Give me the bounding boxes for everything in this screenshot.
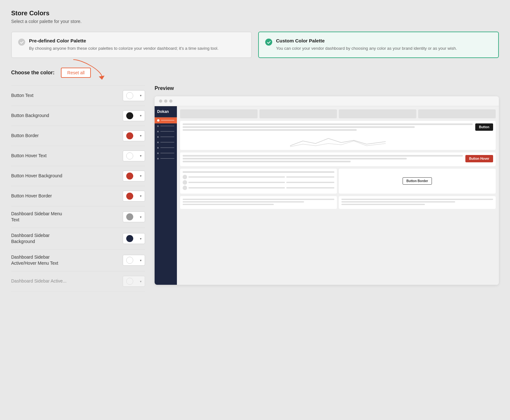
color-row-button-text: Button Text ▾ [11, 85, 145, 106]
preview-half-2 [339, 196, 496, 209]
chevron-button-hover-text: ▾ [140, 154, 142, 158]
swatch-button-border [126, 132, 133, 139]
sidebar-item-4 [155, 140, 177, 145]
preview-button-hover[interactable]: Button Hover [465, 155, 493, 162]
swatch-button-bg [126, 112, 133, 119]
swatch-button-hover-border [126, 193, 133, 200]
preview-border-btn-container: Button Border [339, 169, 496, 194]
color-row-button-border: Button Border ▾ [11, 126, 145, 146]
page-title: Store Colors [11, 10, 499, 17]
sidebar-item-1 [155, 123, 177, 129]
color-row-button-hover-text: Button Hover Text ▾ [11, 146, 145, 166]
color-label-extra: Dashboard Sidebar Active... [11, 278, 67, 284]
table-row-2 [183, 180, 334, 185]
color-label-button-text: Button Text [11, 92, 33, 99]
chevron-sidebar-bg: ▾ [140, 237, 142, 240]
color-picker-extra[interactable]: ▾ [123, 276, 145, 287]
page-subtitle: Select a color palette for your store. [11, 19, 499, 24]
preview-main: Button [177, 106, 499, 285]
page-wrapper: Store Colors Select a color palette for … [0, 0, 510, 420]
preview-hover-block: Button Hover [180, 152, 496, 166]
color-picker-sidebar-bg[interactable]: ▾ [123, 233, 145, 244]
reset-all-button[interactable]: Reset all [61, 68, 91, 78]
color-row-button-hover-bg: Button Hover Background ▾ [11, 166, 145, 186]
chevron-button-hover-bg: ▾ [140, 174, 142, 178]
preview-table [180, 169, 337, 194]
sidebar-item-7 [155, 156, 177, 161]
sidebar-active-item [155, 117, 177, 123]
chevron-button-border: ▾ [140, 134, 142, 137]
color-options: Button Text ▾ Button Background ▾ Button… [11, 85, 145, 292]
swatch-sidebar-active-text [126, 257, 133, 264]
custom-card-desc: You can color your vendor dashboard by c… [276, 45, 457, 52]
preview-half-1 [180, 196, 337, 209]
stat-card-2 [259, 109, 337, 118]
window-bar [155, 96, 499, 106]
table-row-3 [183, 186, 334, 190]
preview-body: Dokan [155, 106, 499, 285]
sidebar-item-6 [155, 151, 177, 156]
preview-section: Preview Dokan [155, 85, 499, 292]
window-dot-3 [169, 99, 172, 103]
preview-sidebar: Dokan [155, 106, 177, 285]
color-picker-button-hover-bg[interactable]: ▾ [123, 171, 145, 181]
predefined-card[interactable]: Pre-defined Color Palette By choosing an… [11, 32, 252, 58]
chevron-extra: ▾ [140, 280, 142, 283]
swatch-sidebar-bg [126, 235, 133, 242]
color-row-sidebar-bg: Dashboard SidebarBackground ▾ [11, 228, 145, 250]
sidebar-brand: Dokan [155, 106, 177, 117]
stat-card-4 [418, 109, 496, 118]
preview-button-black[interactable]: Button [475, 123, 493, 131]
preview-bottom-block [180, 196, 496, 209]
swatch-extra [126, 278, 133, 285]
preview-label: Preview [155, 85, 499, 91]
custom-card-icon [265, 39, 272, 46]
palette-cards: Pre-defined Color Palette By choosing an… [11, 32, 499, 58]
predefined-card-title: Pre-defined Color Palette [29, 38, 218, 43]
predefined-card-icon [18, 39, 25, 46]
preview-top-cards [180, 109, 496, 118]
stat-card-3 [339, 109, 416, 118]
sidebar-active-line [161, 120, 174, 121]
color-row-button-bg: Button Background ▾ [11, 106, 145, 126]
sidebar-item-3 [155, 134, 177, 140]
swatch-sidebar-menu-text [126, 213, 133, 220]
stat-card-1 [180, 109, 258, 118]
color-picker-button-hover-text[interactable]: ▾ [123, 151, 145, 161]
sidebar-brand-text: Dokan [157, 109, 169, 114]
preview-window: Dokan [155, 96, 499, 285]
swatch-button-text [126, 92, 133, 99]
color-row-sidebar-menu-text: Dashboard Sidebar MenuText ▾ [11, 206, 145, 228]
color-row-button-hover-border: Button Hover Border ▾ [11, 186, 145, 206]
color-label-sidebar-menu-text: Dashboard Sidebar MenuText [11, 211, 62, 223]
custom-card[interactable]: Custom Color Palette You can color your … [258, 32, 499, 58]
preview-bottom-grid: Button Border [180, 169, 496, 194]
preview-chart [183, 135, 493, 147]
preview-button-border[interactable]: Button Border [403, 177, 432, 185]
choose-label: Choose the color: [11, 70, 55, 76]
color-picker-sidebar-active-text[interactable]: ▾ [123, 255, 145, 266]
color-row-extra: Dashboard Sidebar Active... ▾ [11, 271, 145, 291]
color-row-sidebar-active-text: Dashboard SidebarActive/Hover Menu Text … [11, 250, 145, 271]
color-label-sidebar-active-text: Dashboard SidebarActive/Hover Menu Text [11, 254, 58, 267]
color-picker-button-bg[interactable]: ▾ [123, 110, 145, 121]
swatch-button-hover-bg [126, 173, 133, 180]
window-dot-2 [164, 99, 167, 103]
chevron-button-text: ▾ [140, 94, 142, 97]
color-picker-button-hover-border[interactable]: ▾ [123, 191, 145, 202]
main-content: Button Text ▾ Button Background ▾ Button… [11, 85, 499, 292]
chevron-sidebar-menu-text: ▾ [140, 215, 142, 219]
chevron-sidebar-active-text: ▾ [140, 259, 142, 262]
color-picker-button-text[interactable]: ▾ [123, 90, 145, 101]
color-picker-sidebar-menu-text[interactable]: ▾ [123, 211, 145, 222]
custom-card-title: Custom Color Palette [276, 38, 457, 43]
sidebar-item-2 [155, 129, 177, 134]
chevron-button-bg: ▾ [140, 114, 142, 117]
color-picker-button-border[interactable]: ▾ [123, 130, 145, 141]
color-label-button-hover-bg: Button Hover Background [11, 173, 62, 179]
window-dot-1 [159, 99, 162, 103]
color-label-button-hover-border: Button Hover Border [11, 193, 52, 199]
predefined-card-desc: By choosing anyone from these color pale… [29, 45, 218, 52]
color-label-button-bg: Button Background [11, 113, 49, 119]
swatch-button-hover-text [126, 152, 133, 159]
